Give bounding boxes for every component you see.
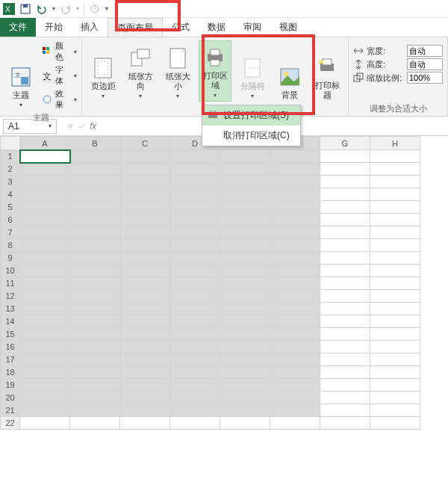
cell[interactable] bbox=[170, 392, 220, 404]
cell[interactable] bbox=[370, 315, 420, 328]
cell[interactable] bbox=[220, 303, 270, 315]
cell[interactable] bbox=[370, 290, 420, 303]
cell[interactable] bbox=[70, 163, 120, 176]
cell[interactable] bbox=[370, 265, 420, 277]
cell[interactable] bbox=[20, 328, 70, 341]
check-icon[interactable]: ✓ bbox=[78, 121, 85, 132]
row-header[interactable]: 2 bbox=[1, 163, 20, 176]
cell[interactable] bbox=[170, 176, 220, 188]
cell[interactable] bbox=[120, 265, 170, 277]
cell[interactable] bbox=[370, 353, 420, 366]
effects-button[interactable]: 效果▾ bbox=[42, 88, 77, 111]
cell[interactable] bbox=[170, 226, 220, 239]
cell[interactable] bbox=[170, 214, 220, 226]
cell[interactable] bbox=[220, 341, 270, 353]
cell[interactable] bbox=[120, 188, 170, 201]
print-area-button[interactable]: 打印区域▾ bbox=[199, 40, 231, 102]
cell[interactable] bbox=[370, 214, 420, 226]
cell[interactable] bbox=[170, 150, 220, 163]
cell[interactable] bbox=[170, 163, 220, 176]
cell[interactable] bbox=[370, 366, 420, 379]
cell[interactable] bbox=[20, 315, 70, 328]
cell[interactable] bbox=[220, 417, 270, 430]
cell[interactable] bbox=[370, 201, 420, 214]
cell[interactable] bbox=[370, 379, 420, 392]
cell[interactable] bbox=[20, 239, 70, 252]
cell[interactable] bbox=[370, 239, 420, 252]
scale-input[interactable] bbox=[407, 72, 443, 84]
cell[interactable] bbox=[120, 226, 170, 239]
cell[interactable] bbox=[70, 315, 120, 328]
col-header[interactable]: B bbox=[70, 137, 120, 150]
cell[interactable] bbox=[70, 252, 120, 265]
cell[interactable] bbox=[270, 163, 320, 176]
cell[interactable] bbox=[20, 379, 70, 392]
cell[interactable] bbox=[370, 226, 420, 239]
row-header[interactable]: 9 bbox=[1, 252, 20, 265]
fonts-button[interactable]: 文 字体▾ bbox=[42, 64, 77, 87]
col-header[interactable]: G bbox=[320, 137, 370, 150]
cell[interactable] bbox=[20, 201, 70, 214]
col-header[interactable]: A bbox=[20, 137, 70, 150]
cell[interactable] bbox=[270, 188, 320, 201]
cell[interactable] bbox=[320, 353, 370, 366]
row-header[interactable]: 13 bbox=[1, 303, 20, 315]
row-header[interactable]: 6 bbox=[1, 214, 20, 226]
undo-dropdown-icon[interactable]: ▾ bbox=[52, 5, 55, 12]
cell[interactable] bbox=[220, 353, 270, 366]
cell[interactable] bbox=[270, 328, 320, 341]
row-header[interactable]: 1 bbox=[1, 150, 20, 163]
row-header[interactable]: 15 bbox=[1, 328, 20, 341]
cell[interactable] bbox=[120, 176, 170, 188]
cell[interactable] bbox=[120, 303, 170, 315]
cell[interactable] bbox=[170, 341, 220, 353]
cell[interactable] bbox=[270, 214, 320, 226]
undo-icon[interactable] bbox=[36, 3, 48, 15]
themes-button[interactable]: 文 主题 ▾ bbox=[4, 40, 37, 111]
size-button[interactable]: 纸张大小▾ bbox=[161, 40, 194, 102]
cell[interactable] bbox=[120, 214, 170, 226]
row-header[interactable]: 12 bbox=[1, 290, 20, 303]
cell[interactable] bbox=[20, 214, 70, 226]
row-header[interactable]: 22 bbox=[1, 417, 20, 430]
cell[interactable] bbox=[270, 176, 320, 188]
cell[interactable] bbox=[320, 214, 370, 226]
row-header[interactable]: 19 bbox=[1, 379, 20, 392]
row-header[interactable]: 14 bbox=[1, 315, 20, 328]
cell[interactable] bbox=[220, 188, 270, 201]
cell[interactable] bbox=[20, 252, 70, 265]
cell[interactable] bbox=[220, 163, 270, 176]
cell[interactable] bbox=[320, 265, 370, 277]
tab-page-layout[interactable]: 页面布局 bbox=[108, 18, 163, 37]
cell[interactable] bbox=[70, 353, 120, 366]
cell[interactable] bbox=[220, 176, 270, 188]
cell[interactable] bbox=[70, 188, 120, 201]
worksheet[interactable]: ABCDEFGH12345678910111213141516171819202… bbox=[0, 136, 448, 479]
cell[interactable] bbox=[320, 315, 370, 328]
cell[interactable] bbox=[120, 239, 170, 252]
cell[interactable] bbox=[320, 150, 370, 163]
cell[interactable] bbox=[70, 366, 120, 379]
cell[interactable] bbox=[170, 328, 220, 341]
cell[interactable] bbox=[320, 379, 370, 392]
cell[interactable] bbox=[270, 341, 320, 353]
cell[interactable] bbox=[20, 188, 70, 201]
cell[interactable] bbox=[120, 163, 170, 176]
cell[interactable] bbox=[20, 265, 70, 277]
cell[interactable] bbox=[220, 252, 270, 265]
tab-review[interactable]: 审阅 bbox=[234, 18, 270, 37]
cell[interactable] bbox=[270, 417, 320, 430]
cell[interactable] bbox=[320, 188, 370, 201]
cell[interactable] bbox=[70, 226, 120, 239]
cell[interactable] bbox=[220, 290, 270, 303]
tab-file[interactable]: 文件 bbox=[0, 18, 36, 37]
tab-insert[interactable]: 插入 bbox=[72, 18, 108, 37]
cell[interactable] bbox=[170, 188, 220, 201]
cell[interactable] bbox=[370, 303, 420, 315]
cell[interactable] bbox=[320, 404, 370, 417]
touch-icon[interactable] bbox=[89, 3, 101, 15]
cell[interactable] bbox=[170, 417, 220, 430]
cell[interactable] bbox=[370, 404, 420, 417]
cell[interactable] bbox=[120, 290, 170, 303]
cell[interactable] bbox=[120, 353, 170, 366]
